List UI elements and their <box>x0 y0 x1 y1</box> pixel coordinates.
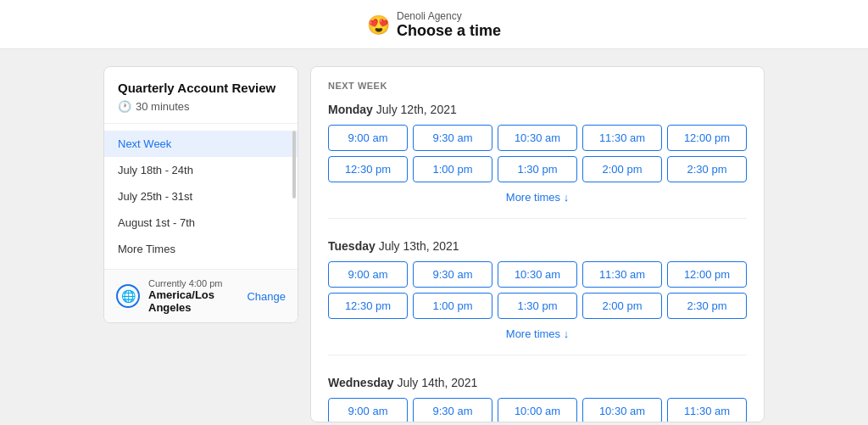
sidebar-item-next-week[interactable]: Next Week <box>104 131 298 157</box>
time-btn-day1-9[interactable]: 2:30 pm <box>667 293 747 319</box>
time-btn-day0-3[interactable]: 11:30 am <box>582 125 662 151</box>
time-btn-day2-3[interactable]: 10:30 am <box>582 398 662 422</box>
day-header-2: Wednesday July 14th, 2021 <box>328 376 747 389</box>
time-grid-2: 9:00 am9:30 am10:00 am10:30 am11:30 am12… <box>328 398 747 422</box>
week-nav: Next Week July 18th - 24th July 25th - 3… <box>104 124 298 269</box>
time-btn-day1-7[interactable]: 1:30 pm <box>498 293 577 319</box>
time-btn-day0-8[interactable]: 2:00 pm <box>582 156 662 182</box>
time-grid-0: 9:00 am9:30 am10:30 am11:30 am12:00 pm12… <box>328 125 747 182</box>
timezone-current: Currently 4:00 pm <box>148 278 238 288</box>
event-title: Quarterly Account Review <box>118 81 284 95</box>
page-title: Choose a time <box>397 22 501 40</box>
days-container: Monday July 12th, 20219:00 am9:30 am10:3… <box>328 103 747 422</box>
time-btn-day0-2[interactable]: 10:30 am <box>498 125 577 151</box>
timezone-footer: 🌐 Currently 4:00 pm America/Los Angeles … <box>104 269 298 322</box>
time-btn-day1-4[interactable]: 12:00 pm <box>667 261 747 288</box>
duration-text: 30 minutes <box>136 100 190 113</box>
time-grid-1: 9:00 am9:30 am10:30 am11:30 am12:00 pm12… <box>328 261 747 319</box>
time-picker-panel: NEXT WEEK Monday July 12th, 20219:00 am9… <box>310 66 765 422</box>
time-btn-day0-7[interactable]: 1:30 pm <box>498 156 577 182</box>
time-btn-day0-9[interactable]: 2:30 pm <box>667 156 747 182</box>
time-btn-day1-6[interactable]: 1:00 pm <box>413 293 492 319</box>
sidebar: Quarterly Account Review 🕐 30 minutes Ne… <box>103 66 298 323</box>
day-section-0: Monday July 12th, 20219:00 am9:30 am10:3… <box>328 103 747 219</box>
time-btn-day1-0[interactable]: 9:00 am <box>328 261 408 288</box>
time-btn-day1-5[interactable]: 12:30 pm <box>328 293 408 319</box>
more-times-0: More times ↓ <box>328 189 747 204</box>
page-header: 😍 Denoli Agency Choose a time <box>0 0 868 49</box>
time-btn-day0-4[interactable]: 12:00 pm <box>667 125 747 151</box>
more-times-button-1[interactable]: More times ↓ <box>506 327 569 340</box>
more-times-1: More times ↓ <box>328 326 747 341</box>
sidebar-item-july-25[interactable]: July 25th - 31st <box>104 183 298 210</box>
sidebar-event-info: Quarterly Account Review 🕐 30 minutes <box>104 67 298 124</box>
sidebar-item-august-1[interactable]: August 1st - 7th <box>104 210 298 236</box>
time-btn-day2-0[interactable]: 9:00 am <box>328 398 408 422</box>
main-content: Quarterly Account Review 🕐 30 minutes Ne… <box>86 49 782 425</box>
globe-icon: 🌐 <box>116 284 140 308</box>
brand-emoji: 😍 <box>367 14 390 36</box>
week-label: NEXT WEEK <box>328 81 747 91</box>
time-btn-day0-1[interactable]: 9:30 am <box>413 125 492 151</box>
agency-name: Denoli Agency <box>397 10 501 22</box>
day-header-1: Tuesday July 13th, 2021 <box>328 239 747 253</box>
time-btn-day1-3[interactable]: 11:30 am <box>582 261 662 288</box>
day-header-0: Monday July 12th, 2021 <box>328 103 747 116</box>
divider <box>328 218 747 219</box>
divider <box>328 355 747 355</box>
header-text: Denoli Agency Choose a time <box>397 10 501 40</box>
time-btn-day0-0[interactable]: 9:00 am <box>328 125 408 151</box>
scrollbar[interactable] <box>292 131 296 199</box>
timezone-info: Currently 4:00 pm America/Los Angeles <box>148 278 238 314</box>
time-btn-day1-8[interactable]: 2:00 pm <box>582 293 662 319</box>
time-btn-day2-4[interactable]: 11:30 am <box>667 398 747 422</box>
time-btn-day2-1[interactable]: 9:30 am <box>413 398 492 422</box>
sidebar-item-july-18[interactable]: July 18th - 24th <box>104 157 298 183</box>
more-times-button-0[interactable]: More times ↓ <box>506 191 569 204</box>
day-section-1: Tuesday July 13th, 20219:00 am9:30 am10:… <box>328 239 747 355</box>
change-timezone-button[interactable]: Change <box>247 290 286 303</box>
timezone-name: America/Los Angeles <box>148 288 238 314</box>
day-section-2: Wednesday July 14th, 20219:00 am9:30 am1… <box>328 376 747 422</box>
clock-icon: 🕐 <box>118 100 131 113</box>
brand: 😍 Denoli Agency Choose a time <box>367 10 501 40</box>
time-btn-day1-1[interactable]: 9:30 am <box>413 261 492 288</box>
time-btn-day0-6[interactable]: 1:00 pm <box>413 156 492 182</box>
time-btn-day2-2[interactable]: 10:00 am <box>498 398 577 422</box>
time-btn-day1-2[interactable]: 10:30 am <box>498 261 577 288</box>
sidebar-item-more-times[interactable]: More Times <box>104 236 298 262</box>
time-btn-day0-5[interactable]: 12:30 pm <box>328 156 408 182</box>
event-duration: 🕐 30 minutes <box>118 100 284 113</box>
